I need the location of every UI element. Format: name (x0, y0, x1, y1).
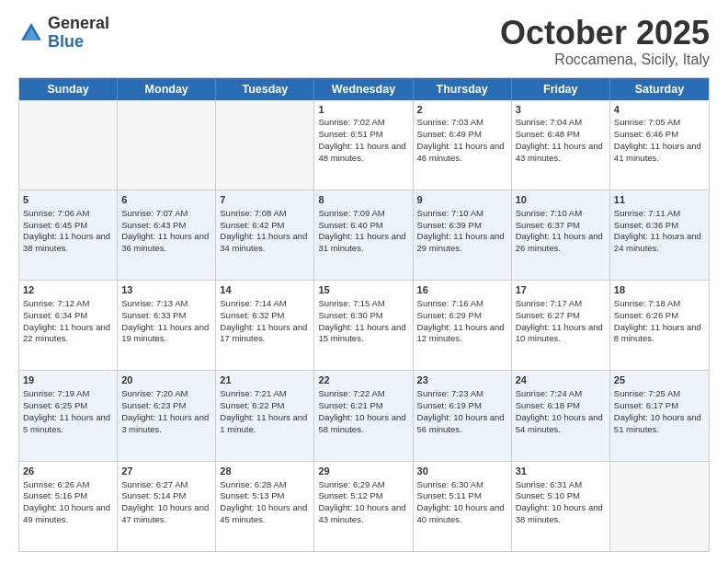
day-header-wednesday: Wednesday (314, 78, 413, 100)
day-info: Sunrise: 6:27 AM Sunset: 5:14 PM Dayligh… (121, 479, 209, 524)
page: General Blue October 2025 Roccamena, Sic… (0, 0, 728, 563)
empty-cell-0-2 (216, 100, 314, 190)
week-row-5: 26Sunrise: 6:26 AM Sunset: 5:16 PM Dayli… (19, 462, 709, 551)
day-info: Sunrise: 6:31 AM Sunset: 5:10 PM Dayligh… (516, 479, 603, 524)
day-cell-1: 1Sunrise: 7:02 AM Sunset: 6:51 PM Daylig… (314, 100, 413, 190)
day-cell-17: 17Sunrise: 7:17 AM Sunset: 6:27 PM Dayli… (512, 281, 610, 370)
day-info: Sunrise: 7:21 AM Sunset: 6:22 PM Dayligh… (220, 388, 307, 433)
day-number: 2 (417, 103, 507, 117)
month-title: October 2025 (500, 15, 710, 52)
day-info: Sunrise: 7:13 AM Sunset: 6:33 PM Dayligh… (121, 298, 209, 343)
day-info: Sunrise: 7:02 AM Sunset: 6:51 PM Dayligh… (318, 117, 405, 162)
day-number: 29 (318, 465, 408, 478)
calendar-header: SundayMondayTuesdayWednesdayThursdayFrid… (19, 78, 709, 100)
day-cell-7: 7Sunrise: 7:08 AM Sunset: 6:42 PM Daylig… (216, 190, 314, 280)
day-info: Sunrise: 6:29 AM Sunset: 5:12 PM Dayligh… (318, 479, 405, 524)
empty-cell-4-6 (610, 462, 709, 551)
calendar-body: 1Sunrise: 7:02 AM Sunset: 6:51 PM Daylig… (19, 100, 709, 551)
day-cell-10: 10Sunrise: 7:10 AM Sunset: 6:37 PM Dayli… (512, 190, 610, 280)
day-info: Sunrise: 7:03 AM Sunset: 6:49 PM Dayligh… (417, 117, 505, 162)
header: General Blue October 2025 Roccamena, Sic… (18, 15, 710, 68)
day-info: Sunrise: 7:20 AM Sunset: 6:23 PM Dayligh… (121, 388, 209, 433)
day-cell-16: 16Sunrise: 7:16 AM Sunset: 6:29 PM Dayli… (414, 281, 512, 370)
logo-text: General Blue (48, 15, 109, 52)
day-info: Sunrise: 6:26 AM Sunset: 5:16 PM Dayligh… (23, 479, 110, 524)
day-number: 3 (516, 103, 606, 117)
day-info: Sunrise: 7:25 AM Sunset: 6:17 PM Dayligh… (614, 388, 701, 433)
day-header-saturday: Saturday (610, 78, 709, 100)
day-cell-27: 27Sunrise: 6:27 AM Sunset: 5:14 PM Dayli… (118, 462, 216, 551)
day-header-monday: Monday (118, 78, 216, 100)
day-info: Sunrise: 7:08 AM Sunset: 6:42 PM Dayligh… (220, 208, 307, 253)
day-number: 18 (614, 283, 705, 297)
day-cell-22: 22Sunrise: 7:22 AM Sunset: 6:21 PM Dayli… (314, 371, 413, 460)
day-cell-6: 6Sunrise: 7:07 AM Sunset: 6:43 PM Daylig… (118, 190, 216, 280)
day-cell-11: 11Sunrise: 7:11 AM Sunset: 6:36 PM Dayli… (610, 190, 709, 280)
day-cell-19: 19Sunrise: 7:19 AM Sunset: 6:25 PM Dayli… (19, 371, 118, 460)
day-number: 6 (121, 193, 211, 207)
day-number: 19 (23, 373, 113, 387)
day-number: 1 (318, 103, 408, 117)
day-header-friday: Friday (512, 78, 610, 100)
day-header-sunday: Sunday (19, 78, 118, 100)
day-header-tuesday: Tuesday (216, 78, 314, 100)
day-number: 10 (516, 193, 606, 207)
empty-cell-0-1 (118, 100, 216, 190)
day-cell-31: 31Sunrise: 6:31 AM Sunset: 5:10 PM Dayli… (512, 462, 610, 551)
day-cell-8: 8Sunrise: 7:09 AM Sunset: 6:40 PM Daylig… (314, 190, 413, 280)
title-block: October 2025 Roccamena, Sicily, Italy (500, 15, 710, 68)
day-number: 11 (614, 193, 705, 207)
day-info: Sunrise: 7:15 AM Sunset: 6:30 PM Dayligh… (318, 298, 405, 343)
day-cell-26: 26Sunrise: 6:26 AM Sunset: 5:16 PM Dayli… (19, 462, 118, 551)
day-cell-9: 9Sunrise: 7:10 AM Sunset: 6:39 PM Daylig… (414, 190, 512, 280)
day-number: 21 (220, 373, 310, 387)
day-cell-5: 5Sunrise: 7:06 AM Sunset: 6:45 PM Daylig… (19, 190, 118, 280)
day-info: Sunrise: 7:16 AM Sunset: 6:29 PM Dayligh… (417, 298, 505, 343)
day-cell-23: 23Sunrise: 7:23 AM Sunset: 6:19 PM Dayli… (414, 371, 512, 460)
day-number: 20 (121, 373, 211, 387)
day-cell-4: 4Sunrise: 7:05 AM Sunset: 6:46 PM Daylig… (610, 100, 709, 190)
day-number: 27 (121, 465, 211, 478)
day-number: 12 (23, 283, 113, 297)
day-number: 7 (220, 193, 310, 207)
day-number: 31 (516, 465, 606, 478)
day-info: Sunrise: 7:18 AM Sunset: 6:26 PM Dayligh… (614, 298, 701, 343)
day-cell-21: 21Sunrise: 7:21 AM Sunset: 6:22 PM Dayli… (216, 371, 314, 460)
day-number: 15 (318, 283, 408, 297)
day-number: 16 (417, 283, 507, 297)
day-info: Sunrise: 7:14 AM Sunset: 6:32 PM Dayligh… (220, 298, 307, 343)
week-row-3: 12Sunrise: 7:12 AM Sunset: 6:34 PM Dayli… (19, 281, 709, 371)
empty-cell-0-0 (19, 100, 118, 190)
day-cell-28: 28Sunrise: 6:28 AM Sunset: 5:13 PM Dayli… (216, 462, 314, 551)
day-number: 25 (614, 373, 705, 387)
logo: General Blue (18, 15, 109, 52)
day-cell-25: 25Sunrise: 7:25 AM Sunset: 6:17 PM Dayli… (610, 371, 709, 460)
day-number: 26 (23, 465, 113, 478)
day-number: 4 (614, 103, 705, 117)
day-number: 17 (516, 283, 606, 297)
day-cell-29: 29Sunrise: 6:29 AM Sunset: 5:12 PM Dayli… (314, 462, 413, 551)
day-info: Sunrise: 7:23 AM Sunset: 6:19 PM Dayligh… (417, 388, 505, 433)
day-cell-18: 18Sunrise: 7:18 AM Sunset: 6:26 PM Dayli… (610, 281, 709, 370)
week-row-1: 1Sunrise: 7:02 AM Sunset: 6:51 PM Daylig… (19, 100, 709, 190)
location: Roccamena, Sicily, Italy (500, 52, 710, 68)
calendar: SundayMondayTuesdayWednesdayThursdayFrid… (18, 77, 710, 552)
day-cell-14: 14Sunrise: 7:14 AM Sunset: 6:32 PM Dayli… (216, 281, 314, 370)
day-info: Sunrise: 7:17 AM Sunset: 6:27 PM Dayligh… (516, 298, 603, 343)
day-info: Sunrise: 6:30 AM Sunset: 5:11 PM Dayligh… (417, 479, 505, 524)
week-row-4: 19Sunrise: 7:19 AM Sunset: 6:25 PM Dayli… (19, 371, 709, 461)
day-info: Sunrise: 6:28 AM Sunset: 5:13 PM Dayligh… (220, 479, 307, 524)
logo-general-text: General (48, 15, 109, 33)
day-info: Sunrise: 7:10 AM Sunset: 6:39 PM Dayligh… (417, 208, 505, 253)
day-number: 24 (516, 373, 606, 387)
day-number: 22 (318, 373, 408, 387)
day-number: 28 (220, 465, 310, 478)
day-cell-13: 13Sunrise: 7:13 AM Sunset: 6:33 PM Dayli… (118, 281, 216, 370)
day-number: 5 (23, 193, 113, 207)
week-row-2: 5Sunrise: 7:06 AM Sunset: 6:45 PM Daylig… (19, 190, 709, 281)
day-info: Sunrise: 7:24 AM Sunset: 6:18 PM Dayligh… (516, 388, 603, 433)
day-info: Sunrise: 7:04 AM Sunset: 6:48 PM Dayligh… (516, 117, 603, 162)
day-info: Sunrise: 7:22 AM Sunset: 6:21 PM Dayligh… (318, 388, 405, 433)
day-info: Sunrise: 7:10 AM Sunset: 6:37 PM Dayligh… (516, 208, 603, 253)
day-info: Sunrise: 7:12 AM Sunset: 6:34 PM Dayligh… (23, 298, 110, 343)
